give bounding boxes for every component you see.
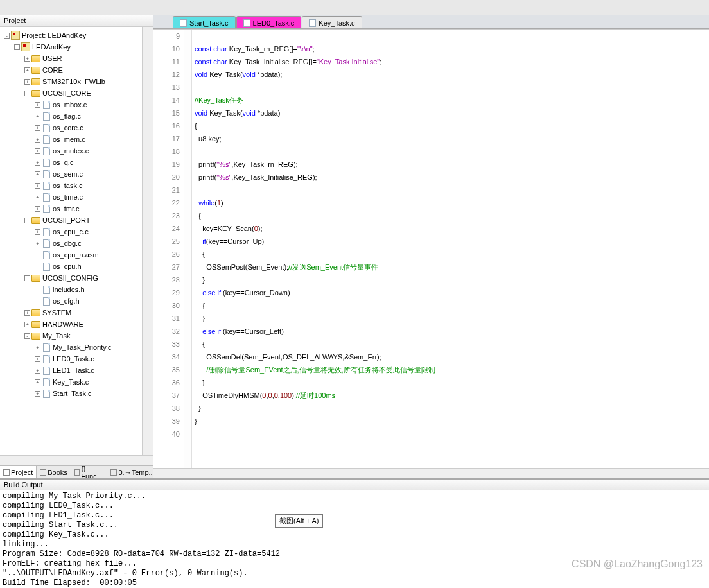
toggle-icon[interactable]: -	[24, 333, 30, 339]
toggle-icon[interactable]: -	[4, 33, 10, 39]
editor-tab-label: Start_Task.c	[189, 19, 229, 27]
tree-item[interactable]: +STM32F10x_FWLib	[1, 76, 141, 87]
tree-item[interactable]: +os_dbg.c	[1, 238, 141, 249]
sidebar-tab-label: 0.→Temp...	[118, 469, 154, 476]
toggle-icon[interactable]: +	[35, 125, 40, 131]
tree-item[interactable]: +os_time.c	[1, 191, 141, 203]
tree-item[interactable]: os_cpu_a.asm	[1, 249, 141, 261]
toggle-icon[interactable]: +	[35, 368, 40, 374]
sidebar-tab[interactable]: {} Func...	[71, 466, 108, 478]
folder-icon	[21, 42, 30, 51]
file-icon	[42, 158, 51, 167]
line-number: 39	[157, 415, 180, 428]
editor-tab[interactable]: Key_Task.c	[302, 16, 362, 28]
sidebar-tab[interactable]: Books	[37, 466, 71, 478]
tree-item[interactable]: +os_sem.c	[1, 168, 141, 180]
tree-item[interactable]: os_cpu.h	[1, 261, 141, 272]
editor-scroll-horizontal[interactable]	[153, 468, 709, 478]
line-number: 25	[157, 235, 180, 248]
sidebar-tab[interactable]: Project	[0, 466, 37, 478]
code-text[interactable]: const char Key_Task_rn_REG[]="\r\n";cons…	[192, 30, 709, 468]
tree-item[interactable]: +My_Task_Priority.c	[1, 342, 141, 353]
tree-item-label: CORE	[42, 66, 63, 74]
tree-item[interactable]: includes.h	[1, 284, 141, 295]
toggle-icon[interactable]: -	[24, 218, 30, 223]
tree-item[interactable]: +os_tmr.c	[1, 203, 141, 214]
line-number: 35	[157, 363, 180, 376]
tree-item-label: os_flag.c	[53, 112, 81, 120]
toggle-icon[interactable]: +	[35, 241, 40, 246]
toggle-icon[interactable]: +	[35, 229, 40, 235]
file-icon	[309, 19, 316, 27]
file-icon	[243, 19, 250, 27]
tree-item[interactable]: +os_mutex.c	[1, 145, 141, 157]
tree-item[interactable]: -Project: LEDAndKey	[1, 30, 141, 41]
line-number: 38	[157, 402, 180, 415]
toggle-icon[interactable]: +	[35, 171, 40, 177]
toggle-icon[interactable]: +	[24, 56, 30, 62]
toggle-icon[interactable]: +	[35, 206, 40, 212]
tree-item[interactable]: +LED0_Task.c	[1, 353, 141, 365]
tree-item[interactable]: +os_mbox.c	[1, 99, 141, 110]
tree-item[interactable]: +os_task.c	[1, 180, 141, 191]
toggle-icon[interactable]: +	[35, 183, 40, 189]
toggle-icon[interactable]: +	[35, 356, 40, 362]
toggle-icon[interactable]: +	[35, 391, 40, 397]
toggle-icon[interactable]: +	[35, 148, 40, 154]
tree-item[interactable]: +os_q.c	[1, 157, 141, 168]
tab-icon	[3, 469, 10, 476]
toggle-icon[interactable]: +	[24, 322, 30, 327]
line-number: 17	[157, 132, 180, 145]
tree-item[interactable]: +HARDWARE	[1, 318, 141, 330]
tree-item[interactable]: -UCOSII_CORE	[1, 87, 141, 99]
tree-item[interactable]: +os_mem.c	[1, 134, 141, 145]
tree-item[interactable]: +os_flag.c	[1, 110, 141, 122]
fold-column[interactable]	[184, 30, 192, 468]
toggle-icon[interactable]: +	[35, 114, 40, 119]
editor-tab[interactable]: Start_Task.c	[173, 16, 236, 28]
tree-item[interactable]: +CORE	[1, 64, 141, 76]
toggle-icon[interactable]: +	[24, 79, 30, 85]
line-number: 15	[157, 107, 180, 119]
sidebar-tab[interactable]: 0.→Temp...	[107, 466, 158, 478]
editor-tab[interactable]: LED0_Task.c	[236, 16, 302, 28]
toggle-icon[interactable]: +	[35, 102, 40, 108]
tree-item[interactable]: +LED1_Task.c	[1, 365, 141, 376]
tree-item[interactable]: +os_core.c	[1, 122, 141, 134]
tree-item[interactable]: +Start_Task.c	[1, 388, 141, 399]
tree-item[interactable]: os_cfg.h	[1, 295, 141, 307]
tree-item-label: os_task.c	[53, 182, 82, 189]
toggle-icon[interactable]: +	[24, 67, 30, 73]
toggle-icon[interactable]: -	[24, 91, 30, 96]
toggle-icon[interactable]: +	[35, 379, 40, 385]
file-icon	[42, 100, 51, 109]
tree-item-label: UCOSII_CORE	[42, 89, 91, 97]
scrollbar-horizontal[interactable]	[0, 455, 153, 465]
file-icon	[42, 146, 51, 155]
file-icon	[42, 204, 51, 213]
tree-item[interactable]: -UCOSII_PORT	[1, 214, 141, 226]
scrollbar-vertical[interactable]	[142, 27, 153, 455]
code-area[interactable]: 9101112131415161718192021222324252627282…	[153, 29, 709, 468]
project-tree[interactable]: -Project: LEDAndKey-LEDAndKey+USER+CORE+…	[0, 27, 142, 455]
toggle-icon[interactable]: +	[35, 160, 40, 166]
toggle-icon[interactable]: +	[35, 137, 40, 143]
toggle-icon[interactable]: -	[24, 275, 30, 281]
tree-item-label: os_mbox.c	[53, 101, 87, 108]
tree-item-label: os_q.c	[53, 159, 73, 166]
line-number: 32	[157, 325, 180, 338]
tree-item[interactable]: +SYSTEM	[1, 307, 141, 318]
toggle-icon[interactable]: +	[24, 310, 30, 316]
file-icon	[42, 343, 51, 352]
tree-item[interactable]: -LEDAndKey	[1, 41, 141, 53]
tree-item[interactable]: -My_Task	[1, 330, 141, 342]
toggle-icon[interactable]: -	[14, 44, 20, 50]
tree-item[interactable]: +os_cpu_c.c	[1, 226, 141, 238]
build-output-text[interactable]: compiling My_Task_Priority.c... compilin…	[0, 490, 709, 588]
toggle-icon[interactable]: +	[35, 195, 40, 200]
tree-item[interactable]: -UCOSII_CONFIG	[1, 272, 141, 284]
toggle-icon[interactable]: +	[35, 345, 40, 350]
tree-item[interactable]: +Key_Task.c	[1, 376, 141, 388]
tree-item-label: SYSTEM	[42, 309, 71, 316]
tree-item[interactable]: +USER	[1, 53, 141, 64]
